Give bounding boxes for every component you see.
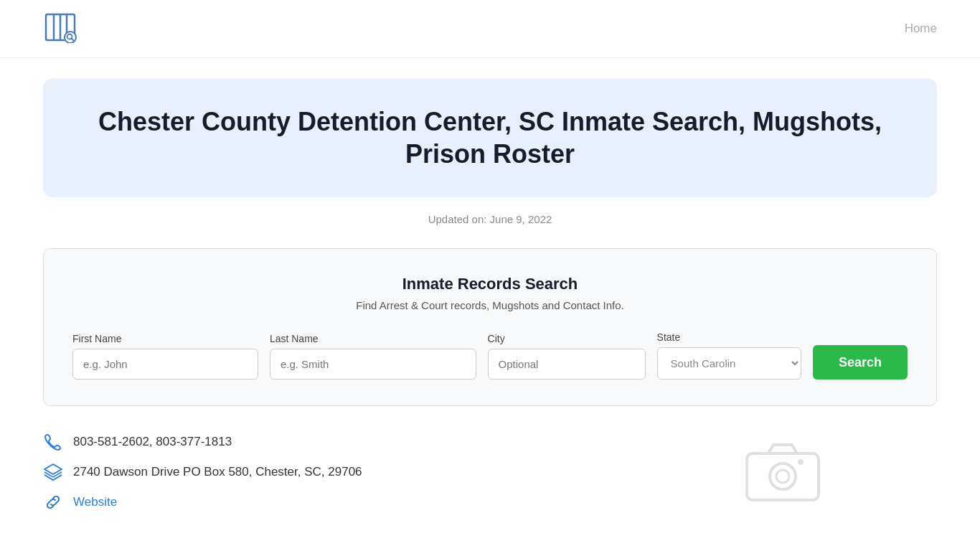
phone-icon [43, 432, 63, 452]
hero-section: Chester County Detention Center, SC Inma… [43, 78, 937, 197]
first-name-label: First Name [72, 333, 258, 344]
svg-point-9 [776, 470, 789, 483]
nav-home-link[interactable]: Home [905, 22, 937, 36]
state-select[interactable]: South Carolin Alabama Alaska Arizona Ark… [657, 347, 801, 380]
city-label: City [488, 333, 646, 344]
svg-point-8 [770, 463, 796, 489]
search-card-subtitle: Find Arrest & Court records, Mugshots an… [72, 299, 908, 311]
last-name-label: Last Name [270, 333, 476, 344]
search-card: Inmate Records Search Find Arrest & Cour… [43, 248, 937, 406]
search-card-title: Inmate Records Search [72, 275, 908, 293]
first-name-field-group: First Name [72, 333, 258, 380]
city-input[interactable] [488, 349, 646, 380]
phone-number: 803-581-2602, 803-377-1813 [73, 435, 232, 449]
logo [43, 11, 77, 46]
search-button[interactable]: Search [813, 345, 908, 380]
page-title: Chester County Detention Center, SC Inma… [86, 105, 894, 170]
updated-date: Updated on: June 9, 2022 [0, 213, 980, 225]
last-name-field-group: Last Name [270, 333, 476, 380]
first-name-input[interactable] [72, 349, 258, 380]
svg-point-10 [798, 459, 804, 465]
address-text: 2740 Dawson Drive PO Box 580, Chester, S… [73, 465, 362, 479]
address-icon [43, 462, 63, 482]
website-link[interactable]: Website [73, 495, 117, 509]
state-label: State [657, 331, 801, 343]
state-field-group: State South Carolin Alabama Alaska Arizo… [657, 331, 801, 380]
link-icon [43, 492, 63, 512]
city-field-group: City [488, 333, 646, 380]
contact-section: 803-581-2602, 803-377-1813 2740 Dawson D… [43, 432, 937, 512]
svg-rect-7 [747, 453, 819, 500]
last-name-input[interactable] [270, 349, 476, 380]
camera-placeholder-icon [743, 439, 822, 504]
search-fields: First Name Last Name City State South Ca… [72, 331, 908, 380]
